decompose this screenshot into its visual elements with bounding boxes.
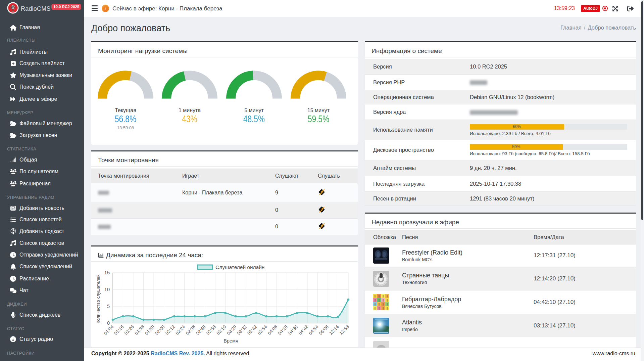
svg-text:03:10: 03:10 <box>215 324 227 336</box>
svg-text:01:16: 01:16 <box>113 324 125 336</box>
svg-text:04:54: 04:54 <box>308 324 319 336</box>
svg-text:15: 15 <box>104 270 110 275</box>
svg-text:03:32: 03:32 <box>236 324 248 336</box>
svg-text:02:12: 02:12 <box>164 324 176 336</box>
svg-text:02:24: 02:24 <box>175 324 186 336</box>
svg-text:03:20: 03:20 <box>226 324 238 336</box>
svg-text:Время: Время <box>224 338 238 344</box>
svg-text:02:36: 02:36 <box>185 324 197 336</box>
svg-text:Слушателей онлайн: Слушателей онлайн <box>215 264 264 270</box>
svg-text:01:50: 01:50 <box>144 324 156 336</box>
svg-text:13:58: 13:58 <box>339 324 350 336</box>
svg-text:01:04: 01:04 <box>103 324 115 336</box>
svg-text:03:54: 03:54 <box>256 324 268 336</box>
svg-text:04:06: 04:06 <box>267 324 279 336</box>
svg-text:03:42: 03:42 <box>246 324 258 336</box>
svg-text:12:14: 12:14 <box>328 324 340 336</box>
svg-text:04:42: 04:42 <box>298 324 309 336</box>
svg-text:05:06: 05:06 <box>318 324 330 336</box>
svg-text:01:26: 01:26 <box>123 324 135 336</box>
svg-text:5: 5 <box>107 304 110 309</box>
svg-text:02:48: 02:48 <box>195 324 207 336</box>
svg-text:02:00: 02:00 <box>154 324 166 336</box>
svg-text:04:30: 04:30 <box>287 324 299 336</box>
svg-text:02:58: 02:58 <box>205 324 217 336</box>
svg-text:04:18: 04:18 <box>277 324 289 336</box>
svg-text:Количество слушателей: Количество слушателей <box>96 274 101 323</box>
svg-text:10: 10 <box>104 287 110 292</box>
svg-text:0: 0 <box>107 320 110 326</box>
svg-text:01:38: 01:38 <box>134 324 145 336</box>
